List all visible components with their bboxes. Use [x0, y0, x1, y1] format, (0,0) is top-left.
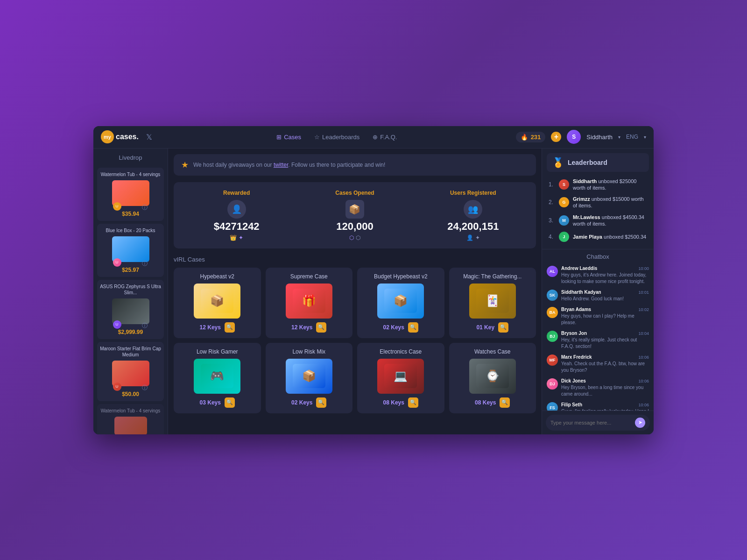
case-search-button[interactable]: 🔍: [225, 322, 235, 333]
case-name: Watches Case: [454, 348, 532, 355]
chat-text: Hey, it's really simple. Just check out …: [561, 337, 649, 350]
case-card-lowrisk[interactable]: Low Risk Gamer 🎮 03 Keys 🔍: [174, 343, 261, 413]
case-keys: 01 Key: [476, 324, 494, 331]
person-icon: 👤: [227, 200, 246, 219]
case-search-button[interactable]: 🔍: [316, 322, 326, 333]
case-card-budget[interactable]: Budget Hypebeast v2 📦 02 Keys 🔍: [357, 268, 444, 338]
chat-content: Siddharth Kadyan 10:01 Hello Andrew. Goo…: [561, 290, 649, 302]
case-search-button[interactable]: 🔍: [316, 397, 326, 408]
right-panel: 🏅 Leaderboard 1. S Siddharth unboxed $25…: [542, 149, 654, 434]
case-footer: 01 Key 🔍: [454, 322, 532, 333]
cases-grid-row2: Low Risk Gamer 🎮 03 Keys 🔍 Low Risk Mix …: [174, 343, 536, 413]
rank-label: 4.: [549, 234, 555, 240]
case-name: Electronics Case: [362, 348, 440, 355]
twitter-link[interactable]: twitter: [274, 162, 288, 168]
case-footer: 03 Keys 🔍: [178, 397, 256, 408]
item-name: Watermelon Tub - 4 servings: [100, 408, 161, 414]
case-card-supreme[interactable]: Supreme Case 🎁 12 Keys 🔍: [266, 268, 353, 338]
case-search-button[interactable]: 🔍: [408, 397, 418, 408]
chat-username: Bryan Adams: [561, 307, 591, 312]
chat-message-3: BA Bryan Adams 10:02 Hey guys, how can I…: [547, 307, 649, 326]
logo[interactable]: my cases.: [101, 130, 139, 143]
list-item[interactable]: Blue Ice Box - 20 Packs U ⓘ $25.97: [97, 224, 164, 277]
stats-row: Rewarded 👤 $4271242 👑 ✦ Cases Opened 📦 1…: [174, 182, 536, 248]
box-icon: 📦: [345, 200, 364, 219]
case-card-watches[interactable]: Watches Case ⌚ 08 Keys 🔍: [449, 343, 536, 413]
chatbox-title: Chatbox: [542, 249, 654, 264]
leaderboard-item-3: 3. M Mr.Lawless unboxed $4500.34 worth o…: [547, 212, 649, 230]
chat-time: 10:00: [638, 266, 649, 271]
case-card-magic[interactable]: Magic: The Gathering... 🃏 01 Key 🔍: [449, 268, 536, 338]
chat-time: 10:06: [638, 403, 649, 407]
avatar: BA: [547, 307, 558, 318]
case-search-button[interactable]: 🔍: [500, 397, 510, 408]
stat-value: 120,000: [299, 220, 410, 233]
leaderboard-item-2: 2. G Grimzz unboxed $15000 worth of item…: [547, 193, 649, 212]
nav-leaderboards[interactable]: ☆Leaderboards: [314, 134, 359, 141]
chat-time: 10:04: [638, 331, 649, 336]
leaderboard-header: 🏅 Leaderboard: [547, 153, 649, 172]
add-coins-button[interactable]: +: [551, 132, 561, 142]
case-search-button[interactable]: 🔍: [408, 322, 418, 333]
info-icon: ⓘ: [142, 260, 148, 268]
case-name: Supreme Case: [270, 273, 348, 280]
list-item[interactable]: Watermelon Tub - 4 servings U ⓘ $35.94: [97, 168, 164, 221]
case-keys: 12 Keys: [200, 324, 221, 331]
case-footer: 12 Keys 🔍: [270, 322, 348, 333]
list-item[interactable]: Watermelon Tub - 4 servings: [97, 404, 164, 434]
avatar: DJ: [547, 378, 558, 390]
chat-send-button[interactable]: ➤: [635, 418, 645, 428]
case-card-electronics[interactable]: Electronics Case 💻 08 Keys 🔍: [357, 343, 444, 413]
case-image: 🎮: [194, 359, 240, 394]
case-image: 🎁: [286, 284, 332, 319]
chat-username: Dick Jones: [561, 378, 586, 383]
chat-time: 10:06: [638, 379, 649, 383]
center-content: ★ We host daily giveaways on our twitter…: [168, 149, 542, 434]
case-keys: 02 Keys: [383, 324, 404, 331]
stat-value: $4271242: [181, 220, 292, 233]
case-image: 📦: [377, 284, 424, 319]
chat-input-area: ➤: [542, 411, 654, 434]
user-name[interactable]: Siddharth: [586, 134, 613, 141]
lang-arrow-icon: ▾: [644, 135, 646, 140]
users-small2-icon: ✦: [475, 234, 480, 241]
chat-time: 10:06: [638, 355, 649, 360]
leaderboard-item-1: 1. S Siddharth unboxed $25000 worth of i…: [547, 176, 649, 194]
sidebar-title: Livedrop: [93, 149, 168, 165]
case-name: Low Risk Gamer: [178, 348, 256, 355]
rank-label: 3.: [549, 217, 555, 224]
avatar: SK: [547, 290, 558, 301]
case-name: Budget Hypebeast v2: [362, 273, 440, 280]
chat-message-2: SK Siddharth Kadyan 10:01 Hello Andrew. …: [547, 290, 649, 302]
case-card-lowmix[interactable]: Low Risk Mix 📦 02 Keys 🔍: [266, 343, 353, 413]
case-search-button[interactable]: 🔍: [225, 397, 235, 408]
chat-username: Filip Seth: [561, 402, 582, 407]
chatbox-section: Chatbox AL Andrew Laeddis 10:00 Hey guys…: [542, 249, 654, 434]
stat-value: 24,200,151: [418, 220, 529, 233]
avatar: M: [559, 215, 569, 226]
logo-badge: my: [101, 130, 114, 143]
logo-text: cases.: [116, 133, 139, 141]
chat-input-row: ➤: [546, 415, 650, 431]
stat-sub-icons: 👤 ✦: [418, 234, 529, 241]
case-name: Low Risk Mix: [270, 348, 348, 355]
crown-icon: 👑: [230, 234, 237, 241]
item-name: ASUS ROG Zephyrus S Ultra Slim...: [100, 284, 161, 296]
list-item[interactable]: ASUS ROG Zephyrus S Ultra Slim... U ⓘ $2…: [97, 280, 164, 339]
lang-selector[interactable]: ENG: [626, 134, 638, 140]
case-image: 💻: [377, 359, 424, 394]
case-card-hypebeast[interactable]: Hypebeast v2 📦 12 Keys 🔍: [174, 268, 261, 338]
header-right: 🔥 231 + S Siddharth ▾ ENG ▾: [516, 130, 646, 144]
star-small-icon: ✦: [239, 234, 243, 241]
case-search-button[interactable]: 🔍: [498, 322, 508, 333]
nav-cases[interactable]: ⊞Cases: [276, 134, 301, 141]
list-item[interactable]: Maroon Starter Flat Brim Cap Medium U ⓘ …: [97, 342, 164, 401]
twitter-icon[interactable]: 𝕏: [146, 133, 152, 142]
nav-faq[interactable]: ⊕F.A.Q.: [373, 134, 397, 141]
avatar: MF: [547, 354, 558, 366]
stat-label: Users Registered: [418, 190, 529, 196]
lb-text: Siddharth unboxed $25000 worth of items.: [573, 178, 647, 191]
chat-input[interactable]: [550, 420, 635, 425]
chat-text: Hey guys, how can I play? Help me please…: [561, 313, 649, 326]
chat-username: Andrew Laeddis: [561, 266, 597, 271]
